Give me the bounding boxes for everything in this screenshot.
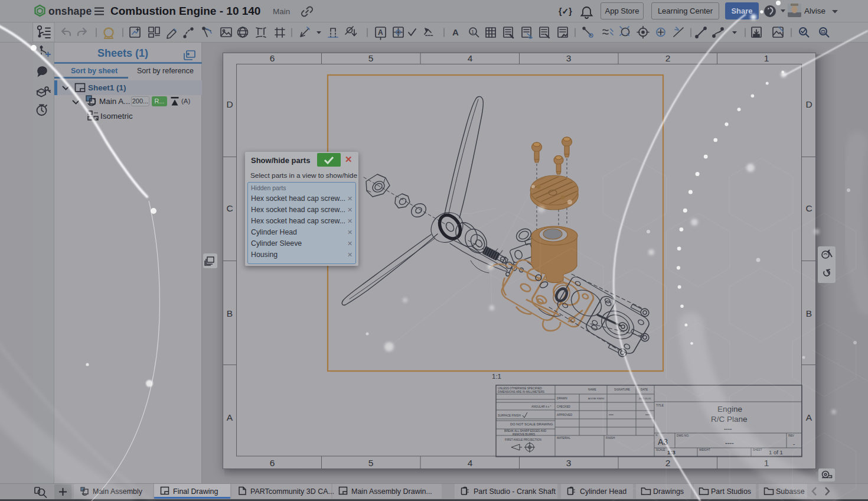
svg-text:Engine: Engine: [717, 405, 742, 414]
svg-text:DO NOT SCALE DRAWING: DO NOT SCALE DRAWING: [510, 422, 553, 426]
svg-text:C: C: [226, 203, 233, 213]
svg-text:CHECKED: CHECKED: [557, 405, 571, 408]
svg-text:1: 1: [764, 53, 769, 63]
svg-text:ANGULAR ± x °: ANGULAR ± x °: [531, 405, 551, 408]
svg-text:MATERIAL: MATERIAL: [557, 437, 570, 440]
svg-text:TITLE: TITLE: [656, 404, 664, 407]
svg-text:1: 1: [764, 458, 769, 468]
svg-text:BREAK ALL SHARP EDGES AND: BREAK ALL SHARP EDGES AND: [504, 430, 547, 432]
svg-text:WEIGHT: WEIGHT: [699, 448, 710, 451]
svg-text:NAME: NAME: [588, 388, 596, 391]
svg-text:APPROVED: APPROVED: [557, 414, 573, 417]
svg-text:onshape: onshape: [48, 5, 92, 17]
svg-text:Main Assembly Drawin...: Main Assembly Drawin...: [351, 487, 432, 496]
svg-text:6: 6: [270, 53, 275, 63]
svg-text:SIGNATURE: SIGNATURE: [614, 388, 630, 391]
svg-text:-: -: [793, 441, 795, 447]
svg-text:FIRST ANGLE PROJECTION: FIRST ANGLE PROJECTION: [505, 438, 541, 441]
svg-text:Part Studio - Crank Shaft: Part Studio - Crank Shaft: [474, 487, 556, 496]
svg-text:A3: A3: [658, 437, 668, 447]
svg-text:D: D: [805, 99, 812, 109]
svg-text:----: ----: [724, 425, 732, 432]
svg-text:3: 3: [566, 458, 572, 468]
svg-text:REV: REV: [788, 434, 795, 437]
svg-text:Part Studios: Part Studios: [711, 487, 751, 496]
svg-text:ALVISE RIMINI: ALVISE RIMINI: [588, 397, 604, 400]
svg-text:Cylinder Head: Cylinder Head: [580, 487, 626, 496]
svg-text:C: C: [805, 203, 812, 213]
svg-text:FINISH: FINISH: [606, 437, 615, 440]
svg-text:SCALE: SCALE: [656, 448, 665, 451]
svg-text:Main: Main: [273, 7, 290, 16]
svg-text:4: 4: [468, 458, 473, 468]
svg-text:Final Drawing: Final Drawing: [173, 487, 218, 496]
svg-text:{✓}: {✓}: [559, 6, 572, 16]
svg-text:1:1: 1:1: [492, 373, 501, 380]
svg-text:2: 2: [665, 458, 671, 468]
svg-text:6: 6: [270, 458, 275, 468]
svg-text:DATE: DATE: [641, 388, 648, 391]
svg-text:SHEET: SHEET: [753, 448, 762, 451]
svg-text:B: B: [806, 308, 812, 318]
svg-text:R/C Plane: R/C Plane: [711, 415, 748, 424]
svg-text:A: A: [452, 27, 459, 37]
svg-text:Combustion Engine - 10 140: Combustion Engine - 10 140: [110, 5, 260, 17]
svg-text:Drawings: Drawings: [653, 487, 684, 496]
svg-text:2022-05-05: 2022-05-05: [639, 397, 651, 400]
svg-text:2: 2: [665, 53, 671, 63]
svg-text:DWG NO.: DWG NO.: [677, 434, 689, 437]
svg-text:DRAWN: DRAWN: [557, 397, 567, 400]
svg-text:D: D: [226, 99, 233, 109]
svg-text:B: B: [227, 308, 233, 318]
svg-text:----: ----: [725, 439, 734, 446]
svg-text:5: 5: [368, 53, 374, 63]
svg-text:1:3: 1:3: [667, 449, 676, 456]
svg-text:A: A: [806, 412, 812, 422]
svg-text:REMOVE BURRS: REMOVE BURRS: [513, 433, 535, 436]
svg-text:A: A: [227, 412, 233, 422]
svg-text:UNLESS OTHERWISE SPECIFIED:: UNLESS OTHERWISE SPECIFIED:: [498, 387, 543, 390]
svg-text:1 of 1: 1 of 1: [769, 449, 783, 456]
svg-text:A: A: [378, 28, 383, 37]
svg-text:SI: SI: [655, 434, 658, 437]
svg-text:Main Assembly: Main Assembly: [93, 487, 143, 496]
svg-text:3: 3: [566, 53, 572, 63]
svg-text:5: 5: [368, 458, 374, 468]
svg-text:SURFACE FINISH: SURFACE FINISH: [498, 414, 521, 417]
svg-text:1: 1: [471, 29, 474, 35]
svg-text:Subasse: Subasse: [776, 487, 805, 496]
svg-text:PARTcommunity 3D CA...: PARTcommunity 3D CA...: [250, 487, 334, 496]
svg-text:DIMENSIONS ARE IN MILLIMETERS: DIMENSIONS ARE IN MILLIMETERS: [498, 391, 544, 393]
svg-text:4: 4: [468, 53, 473, 63]
